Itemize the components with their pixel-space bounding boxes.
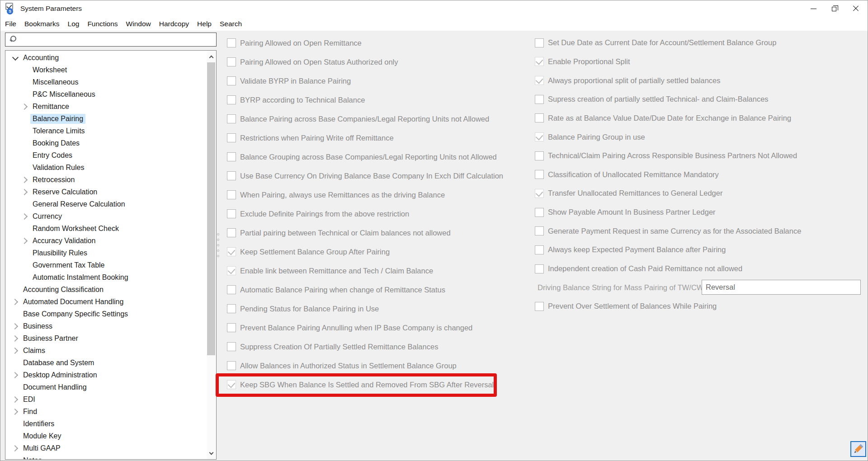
chevron-right-icon[interactable] (11, 395, 21, 405)
menu-item-search[interactable]: Search (216, 20, 246, 28)
search-input[interactable] (18, 34, 213, 45)
tree-item-accounting-classification[interactable]: Accounting Classification (5, 283, 207, 296)
checkbox[interactable] (227, 323, 236, 332)
checkbox-checked[interactable] (535, 57, 544, 66)
tree-item-random-worksheet-check[interactable]: Random Worksheet Check (5, 222, 207, 235)
checkbox[interactable] (535, 245, 544, 254)
tree-item-government-tax-table[interactable]: Government Tax Table (5, 259, 207, 271)
tree-item-base-company-specific-settings[interactable]: Base Company Specific Settings (5, 308, 207, 320)
tree-item-automatic-instalment-booking[interactable]: Automatic Instalment Booking (5, 271, 207, 283)
tree-item-document-handling[interactable]: Document Handling (5, 381, 207, 393)
chevron-right-icon[interactable] (11, 346, 21, 356)
restore-button[interactable] (824, 0, 845, 17)
menu-item-functions[interactable]: Functions (83, 20, 122, 28)
tree-item-accounting[interactable]: Accounting (5, 52, 207, 64)
checkbox[interactable] (535, 264, 544, 273)
tree-item-notes[interactable]: Notes (5, 454, 207, 460)
checkbox[interactable] (535, 38, 544, 47)
driving-balance-input[interactable] (702, 280, 861, 295)
tree-item-remittance[interactable]: Remittance (5, 100, 207, 113)
splitter-handle[interactable] (217, 233, 220, 260)
checkbox-checked[interactable] (227, 247, 236, 256)
checkbox[interactable] (227, 38, 236, 47)
chevron-down-icon[interactable] (11, 53, 21, 63)
checkbox-checked[interactable] (535, 76, 544, 85)
checkbox[interactable] (227, 190, 236, 199)
tree-item-identifiers[interactable]: Identifiers (5, 418, 207, 430)
tree-item-booking-dates[interactable]: Booking Dates (5, 137, 207, 149)
scroll-down-button[interactable] (207, 447, 216, 459)
menu-item-help[interactable]: Help (193, 20, 216, 28)
tree-item-database-and-system[interactable]: Database and System (5, 357, 207, 369)
tree-item-accuracy-validation[interactable]: Accuracy Validation (5, 235, 207, 247)
tree-item-miscellaneous[interactable]: Miscellaneous (5, 76, 207, 88)
tree-item-validation-rules[interactable]: Validation Rules (5, 161, 207, 174)
chevron-right-icon[interactable] (11, 407, 21, 417)
menu-item-hardcopy[interactable]: Hardcopy (155, 20, 193, 28)
tree-scrollbar[interactable] (207, 51, 216, 459)
chevron-right-icon[interactable] (11, 334, 21, 343)
tree-item-automated-document-handling[interactable]: Automated Document Handling (5, 296, 207, 308)
checkbox[interactable] (227, 342, 236, 351)
chevron-right-icon[interactable] (20, 187, 30, 197)
menu-item-log[interactable]: Log (64, 20, 84, 28)
tree-item-find[interactable]: Find (5, 405, 207, 418)
tree-item-currency[interactable]: Currency (5, 210, 207, 222)
checkbox[interactable] (535, 208, 544, 217)
tree-item-edi[interactable]: EDI (5, 393, 207, 405)
chevron-right-icon[interactable] (11, 443, 21, 453)
scroll-up-button[interactable] (207, 51, 216, 62)
tree-item-retrocession[interactable]: Retrocession (5, 174, 207, 186)
tree-item-p-c-miscellaneous[interactable]: P&C Miscellaneous (5, 88, 207, 100)
checkbox-checked[interactable] (227, 266, 236, 275)
tree-item-general-reserve-calculation[interactable]: General Reserve Calculation (5, 198, 207, 210)
tree-item-business-partner[interactable]: Business Partner (5, 332, 207, 344)
menu-item-bookmarks[interactable]: Bookmarks (20, 20, 64, 28)
checkbox[interactable] (535, 170, 544, 179)
checkbox[interactable] (535, 226, 544, 235)
checkbox[interactable] (535, 151, 544, 160)
menu-item-file[interactable]: File (1, 20, 20, 28)
tree-item-entry-codes[interactable]: Entry Codes (5, 149, 207, 161)
checkbox[interactable] (227, 76, 236, 85)
checkbox[interactable] (227, 152, 236, 161)
edit-pencil-button[interactable] (850, 441, 866, 457)
close-button[interactable] (845, 0, 867, 17)
chevron-right-icon[interactable] (20, 212, 30, 221)
chevron-right-icon[interactable] (20, 175, 30, 185)
tree-item-desktop-administration[interactable]: Desktop Administration (5, 369, 207, 381)
chevron-right-icon[interactable] (20, 236, 30, 246)
checkbox[interactable] (227, 228, 236, 237)
checkbox-checked[interactable] (227, 380, 236, 389)
checkbox[interactable] (227, 114, 236, 123)
tree-item-worksheet[interactable]: Worksheet (5, 64, 207, 76)
tree-item-multi-gaap[interactable]: Multi GAAP (5, 442, 207, 454)
tree-item-plausibility-rules[interactable]: Plausibility Rules (5, 247, 207, 259)
tree-item-claims[interactable]: Claims (5, 344, 207, 357)
checkbox-checked[interactable] (535, 189, 544, 198)
checkbox[interactable] (227, 361, 236, 370)
checkbox[interactable] (227, 57, 236, 66)
tree-item-balance-pairing[interactable]: Balance Pairing (5, 113, 207, 125)
checkbox[interactable] (535, 95, 544, 104)
checkbox[interactable] (227, 95, 236, 104)
tree-item-tolerance-limits[interactable]: Tolerance Limits (5, 125, 207, 137)
tree-item-reserve-calculation[interactable]: Reserve Calculation (5, 186, 207, 198)
checkbox[interactable] (535, 113, 544, 122)
checkbox[interactable] (227, 171, 236, 180)
menu-item-window[interactable]: Window (122, 20, 155, 28)
chevron-right-icon[interactable] (11, 321, 21, 331)
scrollbar-thumb[interactable] (207, 62, 215, 355)
chevron-right-icon[interactable] (20, 102, 30, 112)
chevron-right-icon[interactable] (11, 297, 21, 307)
checkbox[interactable] (227, 209, 236, 218)
checkbox[interactable] (227, 133, 236, 142)
checkbox[interactable] (535, 302, 544, 311)
tree-item-business[interactable]: Business (5, 320, 207, 332)
checkbox[interactable] (227, 304, 236, 313)
checkbox[interactable] (227, 285, 236, 294)
tree-item-module-key[interactable]: Module Key (5, 430, 207, 442)
chevron-right-icon[interactable] (11, 370, 21, 380)
checkbox-checked[interactable] (535, 132, 544, 141)
minimize-button[interactable] (803, 0, 824, 17)
